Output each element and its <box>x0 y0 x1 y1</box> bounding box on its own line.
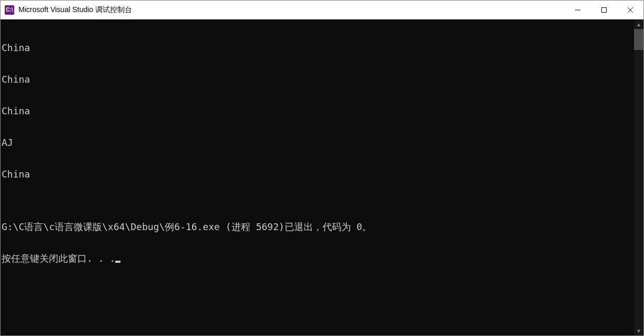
console-output[interactable]: China China China AJ China G:\C语言\c语言微课版… <box>1 19 634 335</box>
cursor <box>115 261 120 263</box>
console-area: China China China AJ China G:\C语言\c语言微课版… <box>1 19 643 335</box>
console-line: AJ <box>2 137 633 148</box>
console-line: China <box>2 74 633 85</box>
window-controls <box>565 1 643 19</box>
console-line: G:\C语言\c语言微课版\x64\Debug\例6-16.exe (进程 56… <box>2 222 633 232</box>
titlebar: C:\ Microsoft Visual Studio 调试控制台 <box>1 1 643 19</box>
window-title: Microsoft Visual Studio 调试控制台 <box>18 5 565 15</box>
app-icon: C:\ <box>5 5 14 15</box>
scroll-thumb[interactable] <box>634 29 643 50</box>
maximize-button[interactable] <box>591 1 617 19</box>
svg-rect-1 <box>602 7 607 12</box>
scroll-down-arrow-icon[interactable]: ▼ <box>634 326 643 335</box>
console-prompt-line: 按任意键关闭此窗口. . . <box>2 253 633 264</box>
vertical-scrollbar[interactable]: ▲ ▼ <box>634 19 643 335</box>
console-line: China <box>2 43 633 53</box>
console-line: China <box>2 106 633 116</box>
close-button[interactable] <box>617 1 643 19</box>
scroll-up-arrow-icon[interactable]: ▲ <box>634 19 643 29</box>
console-line: China <box>2 169 633 180</box>
minimize-button[interactable] <box>565 1 591 19</box>
console-prompt-text: 按任意键关闭此窗口. . . <box>2 253 115 264</box>
